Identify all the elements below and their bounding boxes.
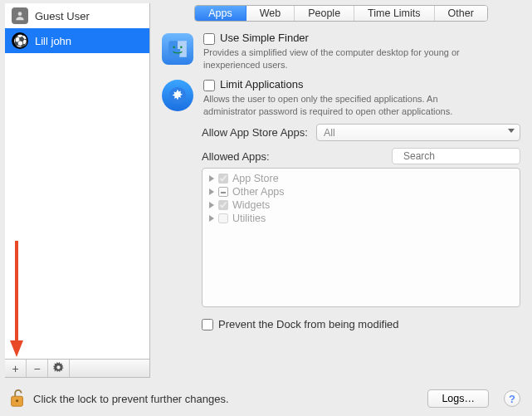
allow-appstore-value: All	[324, 127, 335, 139]
app-checkbox[interactable]	[218, 174, 228, 184]
minus-icon: −	[33, 362, 40, 375]
prevent-dock-checkbox[interactable]	[202, 319, 213, 330]
tab-label: People	[308, 7, 340, 19]
use-simple-finder-checkbox[interactable]	[203, 33, 215, 45]
tab-label: Time Limits	[368, 7, 420, 19]
footer: Click the lock to prevent further change…	[0, 381, 532, 416]
allowed-apps-header: Allowed Apps:	[202, 148, 520, 164]
allowed-apps-list[interactable]: App Store Other Apps Widgets Utilities	[202, 168, 520, 307]
user-list: Guest User ⚽ Lill john	[5, 3, 149, 359]
app-checkbox[interactable]	[218, 200, 228, 210]
logs-label: Logs…	[442, 393, 475, 404]
app-name: Utilities	[232, 213, 266, 224]
allow-appstore-label: Allow App Store Apps:	[202, 126, 308, 139]
help-button[interactable]: ?	[504, 390, 520, 407]
disclosure-triangle-icon[interactable]	[209, 215, 214, 222]
gear-icon	[53, 362, 64, 375]
tab-label: Other	[448, 7, 474, 19]
limit-applications-label: Limit Applications	[220, 78, 303, 91]
prevent-dock-row: Prevent the Dock from being modified	[202, 317, 520, 330]
disclosure-triangle-icon[interactable]	[209, 175, 214, 182]
logs-button[interactable]: Logs…	[427, 389, 489, 408]
sidebar-toolbar: + −	[5, 359, 149, 377]
allow-appstore-select[interactable]: All	[316, 124, 520, 141]
tab-label: Apps	[208, 7, 232, 19]
user-name: Guest User	[35, 10, 90, 22]
svg-point-3	[180, 46, 183, 49]
tab-people[interactable]: People	[295, 6, 354, 21]
finder-icon	[162, 33, 193, 65]
app-tree-item[interactable]: Widgets	[203, 198, 520, 212]
tab-web[interactable]: Web	[246, 6, 295, 21]
app-tree-item[interactable]: Utilities	[203, 212, 520, 225]
user-name: Lill john	[35, 35, 71, 47]
app-tree-item[interactable]: App Store	[203, 172, 520, 185]
use-simple-finder-label: Use Simple Finder	[220, 32, 309, 44]
disclosure-triangle-icon[interactable]	[209, 202, 214, 208]
limit-apps-section: Limit Applications Allows the user to op…	[162, 78, 520, 118]
lock-description: Click the lock to prevent further change…	[33, 393, 229, 405]
app-name: Other Apps	[232, 186, 285, 198]
search-input[interactable]	[402, 149, 530, 163]
allowed-apps-search[interactable]	[392, 148, 520, 164]
help-icon: ?	[509, 393, 515, 405]
add-user-button[interactable]: +	[5, 360, 27, 377]
segmented-control: Apps Web People Time Limits Other	[194, 5, 488, 22]
tab-label: Web	[260, 7, 281, 19]
simple-finder-description: Provides a simplified view of the comput…	[203, 46, 486, 71]
limit-applications-description: Allows the user to open only the specifi…	[203, 93, 486, 118]
app-name: App Store	[232, 173, 279, 184]
app-name: Widgets	[232, 199, 270, 211]
svg-point-2	[173, 46, 175, 49]
allowed-apps-label: Allowed Apps:	[202, 150, 270, 163]
tab-other[interactable]: Other	[435, 6, 487, 21]
unlocked-padlock-icon	[8, 388, 27, 409]
tab-apps[interactable]: Apps	[195, 6, 246, 21]
limit-applications-checkbox[interactable]	[203, 80, 215, 91]
app-checkbox[interactable]	[218, 213, 228, 223]
avatar-soccer-icon: ⚽	[12, 32, 28, 49]
tab-bar: Apps Web People Time Limits Other	[162, 5, 520, 22]
user-settings-button[interactable]	[48, 360, 70, 377]
tab-time-limits[interactable]: Time Limits	[354, 6, 434, 21]
allow-appstore-row: Allow App Store Apps: All	[202, 124, 520, 141]
simple-finder-section: Use Simple Finder Provides a simplified …	[162, 32, 520, 71]
app-tree-item[interactable]: Other Apps	[203, 185, 520, 198]
svg-point-8	[16, 399, 18, 402]
plus-icon: +	[12, 362, 18, 375]
lock-button[interactable]	[8, 387, 27, 410]
user-row-lill-john[interactable]: ⚽ Lill john	[5, 28, 149, 53]
user-sidebar: Guest User ⚽ Lill john + −	[5, 3, 150, 378]
prevent-dock-label: Prevent the Dock from being modified	[218, 318, 399, 330]
app-checkbox-mixed[interactable]	[218, 187, 228, 197]
disclosure-triangle-icon[interactable]	[209, 188, 214, 195]
remove-user-button[interactable]: −	[27, 360, 48, 377]
main-panel: Apps Web People Time Limits Other Use Si…	[150, 0, 532, 378]
appstore-icon	[162, 80, 193, 111]
user-row-guest[interactable]: Guest User	[5, 3, 149, 28]
avatar-silhouette-icon	[12, 7, 28, 24]
svg-point-0	[18, 12, 22, 16]
